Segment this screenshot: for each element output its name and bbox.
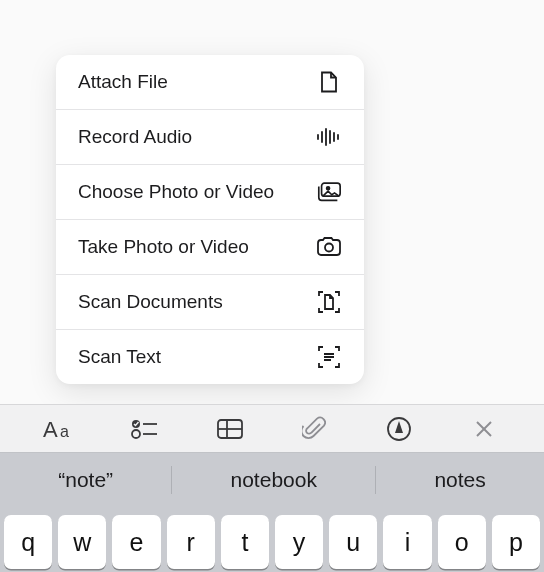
menu-item-label: Scan Text — [78, 346, 161, 368]
key-e[interactable]: e — [112, 515, 160, 569]
menu-item-take-photo[interactable]: Take Photo or Video — [56, 220, 364, 275]
scan-doc-icon — [316, 290, 342, 314]
table-icon — [216, 418, 244, 440]
attachments-menu: Attach File Record Audio Choose Photo or… — [56, 55, 364, 384]
markup-button[interactable] — [367, 405, 431, 453]
svg-point-7 — [327, 187, 330, 190]
predictive-suggestion[interactable]: notes — [434, 468, 485, 492]
menu-item-attach-file[interactable]: Attach File — [56, 55, 364, 110]
gallery-icon — [316, 180, 342, 204]
menu-item-scan-text[interactable]: Scan Text — [56, 330, 364, 384]
divider — [375, 466, 376, 494]
key-r[interactable]: r — [167, 515, 215, 569]
predictive-bar: “note” notebook notes — [0, 452, 544, 507]
aa-icon: A a — [43, 417, 77, 441]
close-toolbar-button[interactable] — [452, 405, 516, 453]
key-p[interactable]: p — [492, 515, 540, 569]
checklist-icon — [131, 418, 159, 440]
checklist-button[interactable] — [113, 405, 177, 453]
menu-item-label: Record Audio — [78, 126, 192, 148]
key-q[interactable]: q — [4, 515, 52, 569]
menu-item-record-audio[interactable]: Record Audio — [56, 110, 364, 165]
format-toolbar: A a — [0, 404, 544, 452]
file-icon — [316, 70, 342, 94]
table-button[interactable] — [198, 405, 262, 453]
scan-text-icon — [316, 345, 342, 369]
menu-item-label: Scan Documents — [78, 291, 223, 313]
svg-text:A: A — [43, 417, 58, 441]
paperclip-icon — [302, 416, 326, 442]
svg-point-8 — [325, 244, 333, 252]
menu-item-scan-documents[interactable]: Scan Documents — [56, 275, 364, 330]
svg-point-16 — [132, 430, 140, 438]
predictive-suggestion[interactable]: “note” — [58, 468, 113, 492]
close-icon — [474, 419, 494, 439]
markup-icon — [386, 416, 412, 442]
camera-icon — [316, 235, 342, 259]
key-w[interactable]: w — [58, 515, 106, 569]
key-t[interactable]: t — [221, 515, 269, 569]
menu-item-label: Take Photo or Video — [78, 236, 249, 258]
svg-text:a: a — [60, 423, 69, 440]
divider — [171, 466, 172, 494]
menu-item-choose-photo[interactable]: Choose Photo or Video — [56, 165, 364, 220]
menu-item-label: Attach File — [78, 71, 168, 93]
predictive-suggestion[interactable]: notebook — [231, 468, 317, 492]
key-i[interactable]: i — [383, 515, 431, 569]
key-y[interactable]: y — [275, 515, 323, 569]
text-format-button[interactable]: A a — [28, 405, 92, 453]
waveform-icon — [316, 125, 342, 149]
keyboard-row: q w e r t y u i o p — [0, 507, 544, 572]
key-o[interactable]: o — [438, 515, 486, 569]
menu-item-label: Choose Photo or Video — [78, 181, 274, 203]
key-u[interactable]: u — [329, 515, 377, 569]
attachment-button[interactable] — [282, 405, 346, 453]
